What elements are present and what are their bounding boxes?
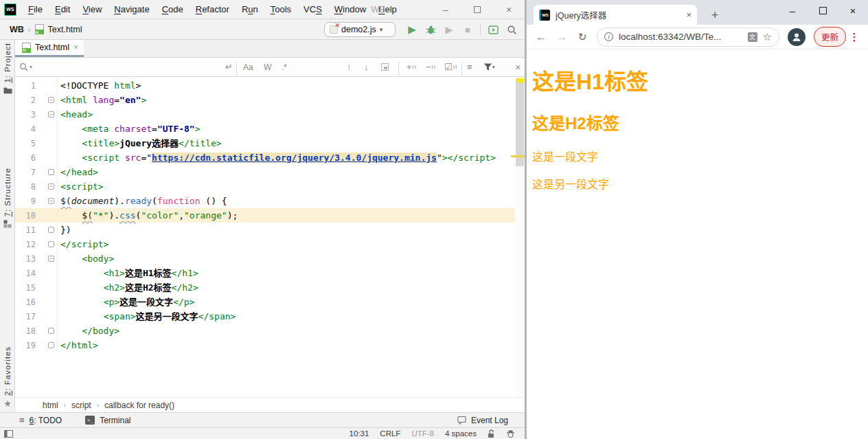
code-line-10[interactable]: 10 $("*").css("color","orange");	[15, 208, 515, 223]
page-info-icon[interactable]: i	[604, 32, 613, 41]
menu-tools[interactable]: Tools	[264, 4, 297, 14]
code-text[interactable]: $(document).ready(function () {	[60, 194, 227, 208]
browser-minimize-button[interactable]: –	[777, 0, 808, 21]
code-line-4[interactable]: 4 <meta charset="UTF-8">	[15, 122, 515, 136]
run-with-coverage-button[interactable]: ▶	[443, 22, 455, 37]
menu-edit[interactable]: Edit	[49, 4, 76, 14]
code-line-3[interactable]: 3−<head>	[15, 107, 515, 122]
unlock-icon[interactable]	[488, 429, 495, 438]
fold-gutter[interactable]: −	[36, 251, 58, 266]
browser-menu-icon[interactable]: ⋮	[849, 31, 860, 43]
debug-button[interactable]	[424, 22, 437, 37]
line-number[interactable]: 5	[15, 139, 36, 148]
nav-file-name[interactable]: Text.html	[48, 25, 82, 34]
code-line-9[interactable]: 9−$(document).ready(function () {	[15, 194, 515, 208]
fold-gutter[interactable]: −	[36, 194, 58, 208]
code-text[interactable]: <body>	[60, 251, 114, 266]
tab-text-html[interactable]: H Text.html ×	[15, 40, 84, 57]
remove-selection-button[interactable]: −II	[426, 58, 436, 76]
url-text[interactable]: localhost:63342/WB/Te...	[619, 32, 742, 42]
ide-minimize-button[interactable]: –	[430, 0, 461, 19]
browser-close-button[interactable]: ×	[838, 0, 868, 21]
line-number[interactable]: 19	[15, 341, 36, 350]
tab-close-icon[interactable]: ×	[73, 43, 78, 52]
line-number[interactable]: 6	[15, 153, 36, 163]
code-line-8[interactable]: 8−<script>	[15, 179, 515, 194]
code-text[interactable]: <html lang="en">	[60, 93, 146, 107]
toolwindow-switcher-icon[interactable]	[4, 430, 13, 438]
toggle-selection-button[interactable]: ☑II	[444, 58, 457, 76]
fold-gutter[interactable]	[36, 208, 58, 223]
fold-gutter[interactable]	[36, 309, 58, 324]
fold-end-icon[interactable]	[48, 241, 54, 247]
fold-gutter[interactable]	[36, 338, 58, 352]
code-line-11[interactable]: 11})	[15, 223, 515, 237]
code-text[interactable]: <script src="https://cdn.staticfile.org/…	[60, 150, 496, 165]
fold-gutter[interactable]	[36, 136, 58, 150]
line-number[interactable]: 7	[15, 168, 36, 177]
code-text[interactable]: </html>	[60, 338, 98, 352]
close-find-bar-button[interactable]: ×	[515, 58, 521, 76]
select-all-occurrences-button[interactable]	[381, 58, 389, 76]
status-cursor-position[interactable]: 10:31	[350, 429, 369, 438]
code-line-18[interactable]: 18 </body>	[15, 324, 515, 338]
forward-button[interactable]: →	[553, 31, 571, 43]
line-number[interactable]: 13	[15, 254, 36, 264]
todo-button[interactable]: 6: TODO	[30, 416, 62, 425]
search-everywhere-button[interactable]	[505, 22, 518, 37]
filter-search-button[interactable]: ▾	[483, 58, 495, 76]
status-encoding[interactable]: UTF-8	[411, 429, 434, 438]
fold-gutter[interactable]	[36, 122, 58, 136]
fold-gutter[interactable]	[36, 165, 58, 179]
code-text[interactable]: <span>这是另一段文字</span>	[60, 309, 236, 324]
line-number[interactable]: 15	[15, 283, 36, 293]
ide-close-button[interactable]: ×	[493, 0, 525, 19]
code-text[interactable]: <p>这是一段文字</p>	[60, 295, 194, 309]
menu-navigate[interactable]: Navigate	[108, 4, 155, 14]
line-number[interactable]: 12	[15, 240, 36, 249]
code-lines[interactable]: 1<!DOCTYPE html>2−<html lang="en">3−<hea…	[15, 77, 515, 397]
words-toggle[interactable]: W	[264, 58, 271, 76]
run-anything-button[interactable]	[487, 22, 499, 37]
fold-end-icon[interactable]	[48, 328, 54, 334]
code-text[interactable]: </body>	[60, 324, 119, 338]
editor-scrollbar[interactable]	[515, 77, 525, 397]
fold-gutter[interactable]	[36, 280, 58, 295]
code-line-15[interactable]: 15 <h2>这是H2标签</h2>	[15, 280, 515, 295]
fold-end-icon[interactable]	[48, 342, 54, 348]
line-number[interactable]: 14	[15, 269, 36, 278]
code-text[interactable]: </head>	[60, 165, 98, 179]
fold-gutter[interactable]: −	[36, 179, 58, 194]
fold-collapse-icon[interactable]: −	[48, 183, 54, 190]
fold-gutter[interactable]	[36, 266, 58, 280]
status-indent[interactable]: 4 spaces	[445, 429, 477, 438]
match-case-toggle[interactable]: Aa	[243, 58, 253, 76]
menu-vcs[interactable]: VCS	[297, 4, 328, 14]
line-number[interactable]: 8	[15, 182, 36, 192]
fold-gutter[interactable]	[36, 150, 58, 165]
fold-gutter[interactable]	[36, 324, 58, 338]
code-text[interactable]: })	[60, 223, 71, 237]
fold-end-icon[interactable]	[48, 227, 54, 233]
code-editor[interactable]: 1<!DOCTYPE html>2−<html lang="en">3−<hea…	[15, 77, 525, 397]
fold-collapse-icon[interactable]: −	[48, 198, 54, 204]
next-occurrence-button[interactable]: ↓	[364, 58, 369, 76]
ide-maximize-button[interactable]	[461, 0, 493, 19]
code-text[interactable]: <!DOCTYPE html>	[60, 78, 141, 93]
toolwindow-project-button[interactable]: 1: Project	[0, 43, 15, 94]
menu-view[interactable]: View	[76, 4, 108, 14]
fold-collapse-icon[interactable]: −	[48, 256, 54, 262]
run-button[interactable]: ▶	[406, 22, 418, 37]
code-line-13[interactable]: 13− <body>	[15, 251, 515, 266]
code-text[interactable]: <script>	[60, 179, 104, 194]
browser-maximize-button[interactable]	[808, 0, 838, 21]
fold-gutter[interactable]	[36, 237, 58, 251]
breadcrumb-item[interactable]: callback for ready()	[104, 401, 174, 410]
fold-gutter[interactable]	[36, 223, 58, 237]
event-log-button[interactable]: Event Log	[471, 416, 508, 425]
fold-gutter[interactable]: −	[36, 93, 58, 107]
add-selection-button[interactable]: +II	[407, 58, 417, 76]
code-line-14[interactable]: 14 <h1>这是H1标签</h1>	[15, 266, 515, 280]
regex-toggle[interactable]: .*	[282, 58, 287, 76]
line-number[interactable]: 17	[15, 312, 36, 322]
